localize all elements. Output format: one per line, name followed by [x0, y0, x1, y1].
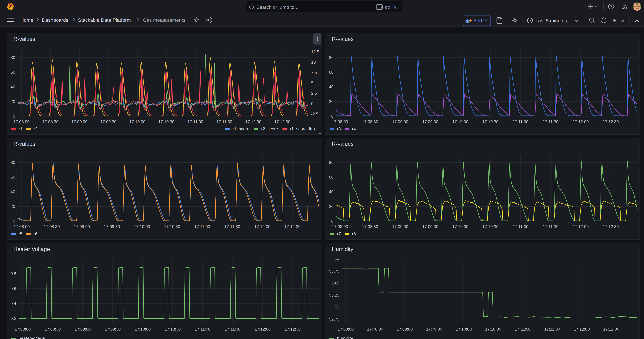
svg-text:17:10:30: 17:10:30	[482, 119, 498, 124]
svg-text:R-values: R-values	[332, 141, 354, 147]
svg-text:53: 53	[334, 304, 339, 309]
svg-text:17:10:00: 17:10:00	[452, 224, 468, 229]
svg-text:17:09:30: 17:09:30	[104, 224, 120, 229]
svg-text:40: 40	[329, 84, 334, 89]
svg-text:r2_score: r2_score	[261, 126, 278, 131]
svg-text:17:11:30: 17:11:30	[216, 119, 232, 124]
svg-text:17:11:00: 17:11:00	[187, 119, 203, 124]
svg-text:17:10:00: 17:10:00	[134, 224, 150, 229]
svg-text:80: 80	[329, 160, 334, 165]
svg-text:17:12:00: 17:12:00	[572, 119, 588, 124]
svg-text:17:11:30: 17:11:30	[542, 119, 558, 124]
svg-text:17:11:00: 17:11:00	[512, 119, 528, 124]
svg-text:40: 40	[329, 190, 334, 194]
svg-text:53.25: 53.25	[329, 292, 339, 297]
svg-text:20: 20	[329, 99, 334, 104]
svg-text:17:09:00: 17:09:00	[396, 326, 412, 331]
svg-text:17:08:00: 17:08:00	[13, 119, 29, 124]
svg-text:17:11:00: 17:11:00	[194, 224, 210, 229]
svg-text:80: 80	[10, 160, 15, 165]
svg-text:53.5: 53.5	[331, 280, 339, 285]
svg-text:17:11:30: 17:11:30	[542, 224, 558, 229]
svg-text:40: 40	[10, 84, 15, 89]
svg-text:52.75: 52.75	[329, 316, 339, 321]
svg-text:17:09:00: 17:09:00	[74, 224, 90, 229]
svg-text:0.8: 0.8	[10, 271, 16, 276]
svg-text:17:12:30: 17:12:30	[602, 119, 618, 124]
svg-text:17:10:00: 17:10:00	[456, 326, 472, 331]
svg-text:17:11:30: 17:11:30	[224, 224, 240, 229]
svg-text:r7: r7	[337, 231, 341, 236]
svg-text:Heater Voltage: Heater Voltage	[13, 246, 50, 252]
svg-text:r6: r6	[34, 231, 37, 236]
svg-text:17:11:00: 17:11:00	[515, 326, 530, 331]
svg-text:r8: r8	[352, 231, 356, 236]
svg-text:17:09:30: 17:09:30	[100, 119, 116, 124]
svg-text:R-values: R-values	[332, 36, 354, 42]
svg-text:17:12:00: 17:12:00	[254, 326, 270, 331]
svg-text:17:10:00: 17:10:00	[452, 119, 468, 124]
svg-text:heatervoltage: heatervoltage	[18, 336, 45, 339]
svg-text:20: 20	[329, 204, 334, 209]
svg-text:17:12:30: 17:12:30	[603, 326, 619, 331]
svg-text:17:12:00: 17:12:00	[574, 326, 590, 331]
svg-text:0.4: 0.4	[10, 301, 16, 306]
svg-text:0: 0	[311, 101, 313, 106]
svg-text:17:09:00: 17:09:00	[71, 119, 87, 124]
svg-text:60: 60	[329, 70, 334, 74]
svg-text:0.2: 0.2	[10, 316, 16, 320]
svg-text:17:10:30: 17:10:30	[164, 224, 180, 229]
svg-text:0: 0	[13, 219, 15, 224]
svg-text:17:11:30: 17:11:30	[224, 326, 240, 331]
svg-text:-2.5: -2.5	[311, 112, 318, 116]
svg-text:17:10:00: 17:10:00	[129, 119, 145, 124]
svg-text:0.6: 0.6	[10, 286, 16, 291]
svg-text:53.75: 53.75	[329, 268, 339, 273]
svg-text:10: 10	[311, 60, 316, 64]
svg-text:60: 60	[329, 175, 334, 180]
svg-text:17:12:30: 17:12:30	[284, 224, 300, 229]
svg-text:17:11:00: 17:11:00	[194, 326, 210, 331]
svg-text:60: 60	[10, 175, 15, 180]
svg-text:17:12:00: 17:12:00	[254, 224, 270, 229]
svg-text:17:09:00: 17:09:00	[392, 224, 408, 229]
svg-text:80: 80	[329, 55, 334, 60]
svg-text:60: 60	[10, 70, 15, 74]
svg-text:17:12:00: 17:12:00	[572, 224, 588, 229]
svg-text:0: 0	[331, 114, 334, 118]
svg-text:17:08:30: 17:08:30	[44, 326, 60, 331]
svg-text:17:09:00: 17:09:00	[392, 119, 408, 124]
svg-text:17:08:00: 17:08:00	[14, 224, 30, 229]
svg-text:r4: r4	[352, 126, 356, 131]
svg-text:17:08:00: 17:08:00	[332, 224, 348, 229]
svg-text:r2: r2	[34, 126, 37, 131]
svg-text:17:11:30: 17:11:30	[544, 326, 560, 331]
svg-text:2.5: 2.5	[311, 91, 317, 96]
svg-text:17:09:00: 17:09:00	[74, 326, 90, 331]
svg-text:17:12:00: 17:12:00	[245, 119, 261, 124]
svg-text:17:08:00: 17:08:00	[332, 119, 348, 124]
svg-text:7.5: 7.5	[311, 70, 317, 75]
svg-text:54: 54	[334, 256, 339, 261]
svg-text:17:10:00: 17:10:00	[134, 326, 150, 331]
svg-text:r1_score_lttb: r1_score_lttb	[290, 126, 315, 131]
svg-text:17:08:30: 17:08:30	[367, 326, 383, 331]
svg-text:17:09:30: 17:09:30	[426, 326, 442, 331]
svg-text:5: 5	[311, 80, 313, 85]
svg-text:17:09:30: 17:09:30	[104, 326, 120, 331]
svg-text:r1_score: r1_score	[232, 126, 249, 131]
svg-text:20: 20	[10, 204, 15, 209]
svg-text:17:10:30: 17:10:30	[158, 119, 174, 124]
svg-text:17:09:30: 17:09:30	[422, 119, 438, 124]
svg-text:17:08:00: 17:08:00	[14, 326, 30, 331]
svg-text:0: 0	[13, 114, 15, 118]
svg-text:17:09:30: 17:09:30	[422, 224, 438, 229]
svg-text:17:12:30: 17:12:30	[602, 224, 618, 229]
svg-text:17:12:30: 17:12:30	[284, 326, 300, 331]
svg-text:17:12:30: 17:12:30	[274, 119, 290, 124]
svg-text:17:11:00: 17:11:00	[512, 224, 528, 229]
svg-text:17:08:30: 17:08:30	[362, 119, 378, 124]
svg-text:40: 40	[10, 190, 15, 194]
svg-text:12.5: 12.5	[311, 49, 319, 54]
svg-text:20: 20	[10, 99, 15, 104]
